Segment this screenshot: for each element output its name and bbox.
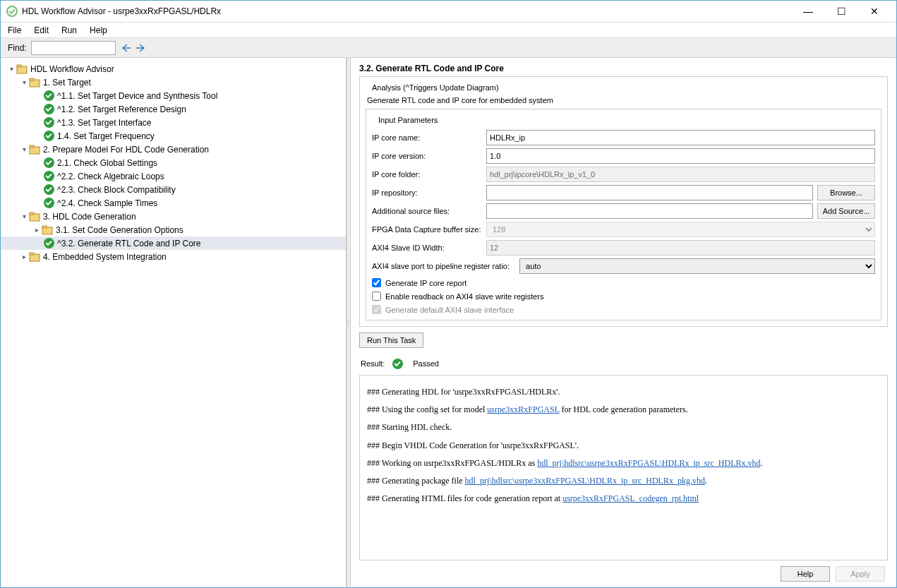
check-icon: [43, 171, 54, 182]
log-link[interactable]: hdl_prj\hdlsrc\usrpe3xxRxFPGASL\HDLRx_ip…: [465, 476, 705, 486]
find-prev-icon[interactable]: [120, 42, 131, 54]
folder-icon: [42, 224, 53, 236]
svg-rect-3: [30, 78, 34, 80]
menubar: File Edit Run Help: [1, 23, 896, 38]
readback-checkbox[interactable]: [372, 292, 381, 301]
report-label: Generate IP core report: [385, 279, 466, 287]
result-label: Result:: [361, 359, 385, 368]
find-label: Find:: [8, 43, 27, 53]
chevron-down-icon[interactable]: ▾: [19, 212, 29, 220]
chevron-down-icon[interactable]: ▾: [19, 78, 29, 86]
ip-repo-label: IP repository:: [372, 188, 482, 197]
tree-item[interactable]: ^1.1. Set Target Device and Synthesis To…: [57, 91, 217, 101]
panel-description: Generate RTL code and IP core for embedd…: [367, 96, 881, 104]
log-line: ### Generating package file: [367, 476, 465, 486]
menu-edit[interactable]: Edit: [34, 25, 49, 35]
tree-item[interactable]: 3.1. Set Code Generation Options: [56, 225, 183, 235]
app-icon: [6, 6, 18, 17]
tree-item[interactable]: 1. Set Target: [43, 78, 91, 88]
close-button[interactable]: ✕: [858, 1, 891, 22]
check-icon: [43, 184, 54, 196]
check-icon: [43, 157, 54, 169]
ip-name-input[interactable]: [486, 130, 875, 145]
log-line: for HDL code generation parameters.: [560, 404, 688, 414]
details-pane: 3.2. Generate RTL Code and IP Core Analy…: [351, 58, 896, 587]
tree-root[interactable]: HDL Workflow Advisor: [30, 64, 114, 74]
buffer-size-select: 128: [486, 222, 875, 237]
axi-id-label: AXI4 Slave ID Width:: [372, 244, 482, 252]
chevron-right-icon[interactable]: ▸: [32, 226, 42, 234]
menu-run[interactable]: Run: [61, 25, 77, 35]
apply-button: Apply: [836, 566, 885, 582]
ip-name-label: IP core name:: [372, 133, 482, 142]
maximize-button[interactable]: ☐: [825, 1, 857, 22]
log-line: ### Starting HDL check.: [367, 422, 452, 432]
svg-rect-9: [42, 226, 47, 228]
find-next-icon[interactable]: [136, 42, 147, 54]
ip-folder-input: [486, 167, 875, 182]
input-legend: Input Parameters: [376, 116, 440, 124]
check-icon: [43, 131, 54, 142]
ip-version-label: IP core version:: [372, 152, 482, 160]
tree-item[interactable]: ^2.2. Check Algebraic Loops: [57, 172, 164, 181]
menu-file[interactable]: File: [8, 25, 21, 35]
window-title: HDL Workflow Advisor - usrpe3xxRxFPGASL/…: [22, 6, 792, 16]
log-line: ### Working on usrpe3xxRxFPGASL/HDLRx as: [367, 458, 537, 468]
log-line: ### Begin VHDL Code Generation for 'usrp…: [367, 440, 579, 450]
minimize-button[interactable]: —: [792, 1, 824, 22]
analysis-legend: Analysis (^Triggers Update Diagram): [370, 83, 501, 92]
report-checkbox[interactable]: [372, 278, 381, 287]
find-toolbar: Find:: [1, 38, 896, 58]
check-icon: [392, 358, 403, 369]
run-task-button[interactable]: Run This Task: [359, 332, 423, 348]
menu-help[interactable]: Help: [90, 25, 107, 35]
add-source-button[interactable]: Add Source...: [817, 203, 875, 219]
help-button[interactable]: Help: [781, 566, 830, 582]
panel-title: 3.2. Generate RTL Code and IP Core: [359, 64, 888, 73]
tree-item[interactable]: 2. Prepare Model For HDL Code Generation: [43, 145, 209, 155]
tree-item[interactable]: 3. HDL Code Generation: [43, 212, 136, 222]
check-icon: [43, 238, 54, 249]
svg-rect-7: [30, 212, 34, 215]
folder-icon: [29, 251, 40, 263]
tree-item[interactable]: 2.1. Check Global Settings: [57, 158, 157, 168]
log-link[interactable]: hdl_prj\hdlsrc\usrpe3xxRxFPGASL\HDLRx_ip…: [537, 458, 760, 468]
log-link[interactable]: usrpe3xxRxFPGASL: [487, 404, 559, 414]
log-line: .: [705, 476, 707, 486]
tree-item-selected[interactable]: ^3.2. Generate RTL Code and IP Core: [57, 239, 201, 248]
axi-ratio-select[interactable]: auto: [519, 258, 875, 274]
check-icon: [43, 117, 54, 128]
log-output[interactable]: ### Generating HDL for 'usrpe3xxRxFPGASL…: [359, 375, 888, 560]
chevron-right-icon[interactable]: ▸: [19, 253, 29, 260]
tree-item[interactable]: 1.4. Set Target Frequency: [57, 131, 155, 141]
chevron-down-icon[interactable]: ▾: [19, 145, 29, 153]
add-source-label: Additional source files:: [372, 207, 482, 215]
tree-item[interactable]: 4. Embedded System Integration: [43, 252, 167, 262]
chevron-down-icon[interactable]: ▾: [6, 65, 16, 73]
check-icon: [43, 104, 54, 115]
folder-icon: [29, 77, 40, 88]
find-input[interactable]: [31, 41, 116, 55]
ip-repo-input[interactable]: [486, 185, 813, 200]
log-line: ### Using the config set for model: [367, 404, 487, 414]
log-line: ### Generating HTML files for code gener…: [367, 493, 562, 503]
default-iface-label: Generate default AXI4 slave interface: [385, 306, 514, 314]
tree-item[interactable]: ^1.3. Set Target Interface: [57, 118, 152, 128]
log-line: .: [761, 458, 763, 468]
tree-item[interactable]: ^1.2. Set Target Reference Design: [57, 104, 186, 114]
titlebar[interactable]: HDL Workflow Advisor - usrpe3xxRxFPGASL/…: [1, 1, 896, 23]
browse-button[interactable]: Browse...: [817, 185, 875, 200]
svg-rect-5: [30, 145, 34, 148]
advisor-icon: [16, 64, 28, 75]
tree-item[interactable]: ^2.4. Check Sample Times: [57, 198, 157, 208]
axi-ratio-label: AXI4 slave port to pipeline register rat…: [372, 262, 510, 270]
folder-icon: [29, 144, 40, 155]
result-value: Passed: [413, 359, 439, 368]
axi-id-input: [486, 240, 875, 256]
ip-version-input[interactable]: [486, 148, 875, 164]
log-link[interactable]: usrpe3xxRxFPGASL_codegen_rpt.html: [562, 493, 699, 503]
add-source-input[interactable]: [486, 203, 813, 219]
ip-folder-label: IP core folder:: [372, 170, 482, 179]
check-icon: [43, 90, 54, 102]
tree-item[interactable]: ^2.3. Check Block Compatibility: [57, 185, 176, 195]
